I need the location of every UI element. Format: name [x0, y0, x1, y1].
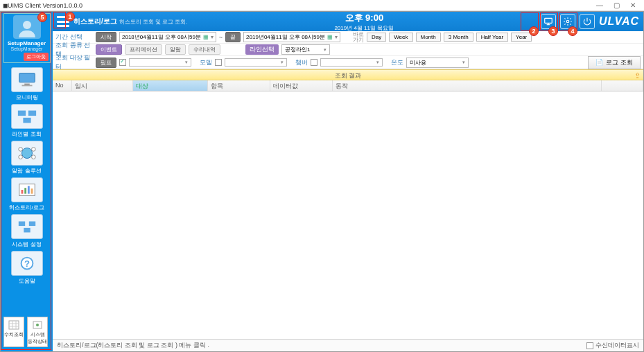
clock-date: 2019년 4월 11일 목요일: [192, 24, 537, 32]
svg-point-6: [21, 148, 32, 159]
chevron-down-icon: ▾: [185, 60, 188, 65]
chamber-select[interactable]: ▾: [320, 58, 383, 67]
col-no[interactable]: No: [53, 80, 72, 91]
type-promotion[interactable]: 프리메이션: [125, 44, 162, 55]
table-body: [53, 91, 643, 339]
line-value: 공정라인1: [285, 46, 310, 53]
line-icon: [11, 104, 43, 129]
col-datavalue[interactable]: 데이터값: [270, 80, 333, 91]
svg-point-7: [18, 148, 22, 152]
maximize-button[interactable]: ▢: [608, 1, 625, 9]
svg-point-10: [31, 155, 35, 159]
mini-status[interactable]: 시스템 동작상태: [27, 317, 48, 347]
svg-rect-3: [17, 111, 25, 116]
col-item[interactable]: 항목: [208, 80, 270, 91]
svg-rect-15: [31, 188, 33, 194]
sidebar: SetupManager SetupManager 로그아웃 모니터링 라인별 …: [1, 12, 53, 351]
range-year[interactable]: Year: [511, 33, 532, 42]
line-select[interactable]: 공정라인1▾: [281, 44, 330, 55]
badge-5: 5: [37, 12, 47, 22]
sidebar-item-settings[interactable]: 시스템 설정: [8, 214, 46, 248]
col-datetime[interactable]: 일시: [72, 80, 133, 91]
pump-check[interactable]: [119, 59, 126, 66]
chevron-down-icon: ▾: [335, 34, 338, 40]
svg-rect-0: [19, 73, 35, 82]
window-titlebar: ◼ UIMS Client Version1.0.0.0 — ▢ ✕: [0, 0, 644, 11]
table-header: No 일시 대상 항목 데이터값 동작: [53, 80, 643, 91]
svg-rect-21: [9, 321, 19, 329]
model-label: 모델: [200, 58, 212, 67]
sidebar-item-line[interactable]: 라인별 조회: [8, 104, 46, 138]
range-week[interactable]: Week: [389, 33, 412, 42]
mini-label: 시스템 동작상태: [28, 331, 47, 345]
mini-values[interactable]: 수치조회: [3, 317, 24, 347]
svg-rect-5: [23, 118, 31, 123]
svg-rect-2: [21, 85, 32, 87]
report-icon: [11, 177, 43, 202]
app-logo-icon: ◼: [3, 2, 8, 9]
type-event[interactable]: 이벤트: [96, 44, 122, 55]
temp-label: 온도: [391, 58, 403, 67]
start-date-input[interactable]: 2018년04월11일 오후 08시59분 ▦▾: [119, 32, 216, 42]
mini-label: 수치조회: [4, 331, 24, 338]
model-select[interactable]: ▾: [225, 58, 287, 67]
logout-button[interactable]: 로그아웃: [24, 53, 49, 61]
temp-select[interactable]: 미사용▾: [406, 58, 469, 68]
chevron-down-icon: ▾: [324, 47, 327, 53]
chevron-down-icon: ▾: [376, 60, 379, 65]
monitor-icon: [543, 17, 553, 26]
sidebar-item-monitoring[interactable]: 모니터링: [8, 67, 46, 101]
badge-4: 4: [568, 26, 577, 36]
calendar-icon: ▦: [327, 34, 333, 40]
temp-value: 미사용: [410, 59, 426, 67]
rx-label: 수신데이터표시: [595, 341, 639, 350]
sidebar-item-alarm[interactable]: 알람 솔루션: [8, 141, 46, 175]
sidebar-item-history[interactable]: 히스토리/로그: [8, 177, 46, 211]
range-day[interactable]: Day: [367, 33, 386, 42]
chamber-check[interactable]: [311, 59, 317, 66]
export-button[interactable]: ⇪: [634, 70, 641, 81]
sidebar-item-label: 시스템 설정: [8, 240, 46, 248]
type-alarm[interactable]: 알람: [165, 44, 186, 55]
run-query-button[interactable]: 📄로그 조회: [588, 56, 641, 69]
status-icon: [28, 319, 47, 331]
window-title: UIMS Client Version1.0.0.0: [8, 2, 82, 9]
col-target[interactable]: 대상: [133, 80, 208, 91]
system-icon: [11, 214, 43, 239]
power-button[interactable]: [580, 14, 595, 29]
status-bar: 히스토리/로그(히스토리 조회 및 로그 조회 ) 메뉴 클릭 . 수신데이터표…: [53, 339, 643, 351]
status-text: 히스토리/로그(히스토리 조회 및 로그 조회 ) 메뉴 클릭 .: [57, 341, 209, 350]
calendar-icon: ▦: [203, 34, 209, 40]
gear-icon: [563, 17, 573, 26]
goto-label: 바로 가기: [353, 32, 364, 43]
col-last[interactable]: [602, 80, 643, 91]
model-check[interactable]: [215, 59, 222, 66]
sidebar-item-label: 모니터링: [8, 94, 46, 101]
range-half[interactable]: Half Year: [476, 33, 508, 42]
chevron-down-icon: ▾: [462, 60, 465, 65]
svg-text:?: ?: [24, 258, 29, 269]
monitor-icon: [11, 67, 43, 92]
close-button[interactable]: ✕: [625, 1, 641, 9]
end-label: 끝: [225, 32, 241, 42]
end-date-value: 2019년04월11일 오후 08시59분: [246, 33, 325, 41]
svg-rect-14: [27, 186, 29, 193]
badge-3: 3: [548, 26, 558, 36]
line-label: 라인선택: [245, 44, 279, 55]
help-icon: ?: [11, 251, 43, 276]
pump-label: 펌프: [96, 58, 116, 68]
col-action[interactable]: 동작: [333, 80, 602, 91]
badge-2: 2: [529, 26, 539, 36]
pump-select[interactable]: ▾: [129, 58, 191, 67]
result-header: 조회 결과 ⇪: [53, 69, 643, 80]
avatar: [13, 15, 41, 39]
range-month[interactable]: Month: [416, 33, 441, 42]
clock-time: 오후 9:00: [192, 12, 537, 24]
type-repair[interactable]: 수리내역: [189, 44, 220, 55]
rx-checkbox[interactable]: [586, 342, 593, 349]
range-3month[interactable]: 3 Month: [444, 33, 473, 42]
sidebar-item-help[interactable]: ? 도움말: [8, 251, 46, 285]
end-date-input[interactable]: 2019년04월11일 오후 08시59분 ▦▾: [243, 32, 340, 42]
svg-point-9: [18, 155, 22, 159]
minimize-button[interactable]: —: [591, 1, 608, 9]
